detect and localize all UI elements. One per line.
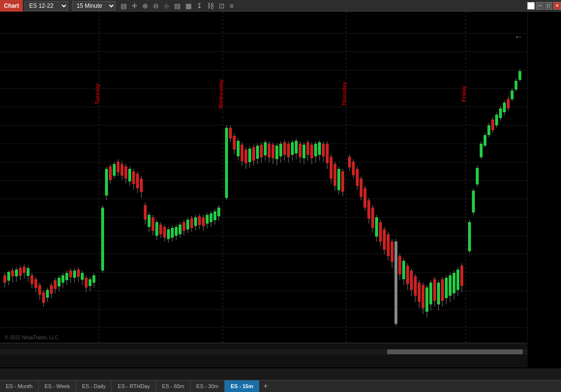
svg-rect-224: [394, 241, 397, 324]
svg-rect-152: [252, 147, 255, 161]
tab-es-daily[interactable]: ES - Daily: [76, 380, 112, 392]
svg-rect-72: [89, 279, 91, 286]
svg-rect-282: [511, 90, 514, 99]
svg-rect-66: [77, 270, 80, 277]
svg-rect-150: [248, 149, 251, 162]
svg-rect-42: [30, 275, 33, 284]
svg-rect-52: [50, 285, 53, 294]
svg-rect-68: [81, 273, 84, 280]
chart-container: Tuesday Wednesday Thursday Friday: [0, 12, 561, 368]
link-icon[interactable]: ⛓: [206, 1, 215, 11]
svg-rect-110: [167, 229, 170, 239]
crosshair-icon[interactable]: ✛: [131, 1, 138, 11]
svg-rect-142: [233, 136, 236, 150]
svg-rect-158: [264, 142, 267, 155]
tab-es-60m[interactable]: ES - 60m: [156, 380, 191, 392]
svg-rect-256: [456, 270, 459, 290]
svg-rect-56: [58, 278, 61, 286]
svg-rect-274: [495, 115, 498, 125]
more-icon[interactable]: ≡: [228, 1, 234, 11]
svg-rect-92: [132, 171, 135, 184]
svg-rect-244: [433, 279, 436, 301]
svg-rect-102: [152, 217, 154, 231]
svg-rect-50: [46, 290, 49, 298]
svg-rect-64: [73, 271, 76, 278]
svg-rect-184: [314, 144, 317, 156]
add-tab-button[interactable]: +: [259, 382, 272, 391]
svg-rect-286: [518, 71, 521, 80]
svg-rect-284: [515, 81, 517, 90]
svg-rect-70: [85, 278, 88, 287]
svg-rect-154: [256, 146, 259, 159]
svg-rect-60: [65, 273, 68, 280]
svg-rect-266: [480, 144, 483, 157]
svg-rect-174: [295, 141, 298, 153]
chart-canvas: Tuesday Wednesday Thursday Friday: [0, 12, 528, 368]
maximize-button[interactable]: □: [545, 2, 552, 10]
svg-rect-208: [364, 188, 366, 208]
tab-es-rthday[interactable]: ES - RTHDay: [112, 380, 156, 392]
svg-rect-226: [398, 256, 401, 274]
svg-rect-104: [155, 222, 158, 236]
svg-rect-118: [182, 222, 185, 231]
svg-text:Friday: Friday: [461, 86, 467, 102]
svg-text:Thursday: Thursday: [341, 81, 347, 106]
titlebar: Chart ES 12-22 NQ 12-22 CL 12-22 1 Minut…: [0, 0, 561, 12]
zoom-out-icon[interactable]: ⊖: [152, 1, 160, 11]
svg-rect-124: [194, 217, 197, 226]
svg-rect-188: [322, 144, 325, 156]
svg-rect-62: [69, 271, 72, 277]
svg-rect-130: [206, 215, 209, 224]
svg-text:Wednesday: Wednesday: [218, 79, 224, 109]
svg-rect-80: [109, 166, 112, 180]
svg-rect-164: [275, 146, 278, 159]
svg-rect-238: [422, 285, 425, 308]
svg-rect-114: [175, 227, 178, 236]
svg-rect-32: [11, 271, 14, 276]
svg-rect-236: [418, 283, 421, 302]
svg-rect-312: [0, 343, 528, 367]
close-button[interactable]: ✕: [553, 2, 561, 10]
tabbar: ES - Month ES - Week ES - Daily ES - RTH…: [0, 380, 561, 392]
toolbar-icons: ▤ ✛ ⊕ ⊖ ⊹ ▤ ▦ ↧ ⛓ ⊡ ≡: [120, 1, 527, 11]
svg-rect-84: [117, 162, 120, 172]
svg-rect-200: [348, 157, 351, 167]
svg-rect-126: [198, 216, 201, 225]
svg-rect-212: [371, 208, 374, 228]
instrument-select[interactable]: ES 12-22 NQ 12-22 CL 12-22: [25, 1, 68, 11]
svg-rect-278: [503, 103, 506, 112]
layout-icon[interactable]: ▦: [184, 1, 193, 11]
tab-es-month[interactable]: ES - Month: [0, 380, 39, 392]
move-icon[interactable]: ⊹: [163, 1, 170, 11]
svg-rect-321: [387, 349, 523, 354]
svg-rect-214: [375, 217, 378, 237]
svg-rect-98: [144, 205, 147, 220]
svg-rect-180: [306, 142, 309, 155]
svg-rect-220: [387, 234, 390, 256]
restore-button[interactable]: [527, 2, 535, 10]
svg-rect-54: [54, 280, 57, 289]
svg-rect-40: [27, 268, 30, 276]
svg-text:Tuesday: Tuesday: [94, 83, 100, 105]
properties-icon[interactable]: ▤: [173, 1, 182, 11]
svg-rect-270: [487, 125, 490, 135]
fit-icon[interactable]: ⊡: [218, 1, 226, 11]
svg-rect-96: [140, 179, 143, 192]
down-chart-icon[interactable]: ↧: [196, 1, 203, 11]
svg-rect-112: [171, 228, 174, 238]
zoom-in-icon[interactable]: ⊕: [141, 1, 149, 11]
svg-rect-268: [484, 135, 486, 146]
tab-es-week[interactable]: ES - Week: [39, 380, 76, 392]
svg-rect-166: [279, 144, 282, 156]
svg-rect-176: [299, 144, 302, 157]
tab-es-15m[interactable]: ES - 15m: [225, 380, 259, 392]
svg-rect-120: [186, 220, 189, 229]
svg-rect-58: [61, 275, 64, 283]
svg-rect-0: [0, 12, 528, 368]
minimize-button[interactable]: ─: [536, 2, 544, 10]
timeframe-select[interactable]: 1 Minute 5 Minute 15 Minute 30 Minute 60…: [72, 1, 116, 11]
bar-chart-icon[interactable]: ▤: [120, 1, 128, 11]
tab-es-30m[interactable]: ES - 30m: [191, 380, 225, 392]
svg-rect-34: [15, 270, 18, 276]
svg-rect-156: [260, 145, 263, 157]
